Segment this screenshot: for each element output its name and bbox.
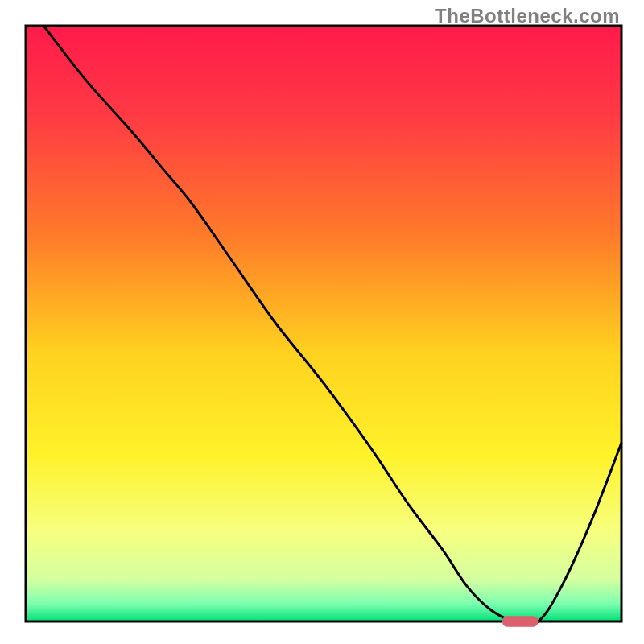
optimal-marker <box>502 616 538 626</box>
plot-area <box>26 26 621 621</box>
bottleneck-chart <box>0 0 644 644</box>
watermark-text: TheBottleneck.com <box>435 5 620 27</box>
chart-container: TheBottleneck.com <box>0 0 644 644</box>
